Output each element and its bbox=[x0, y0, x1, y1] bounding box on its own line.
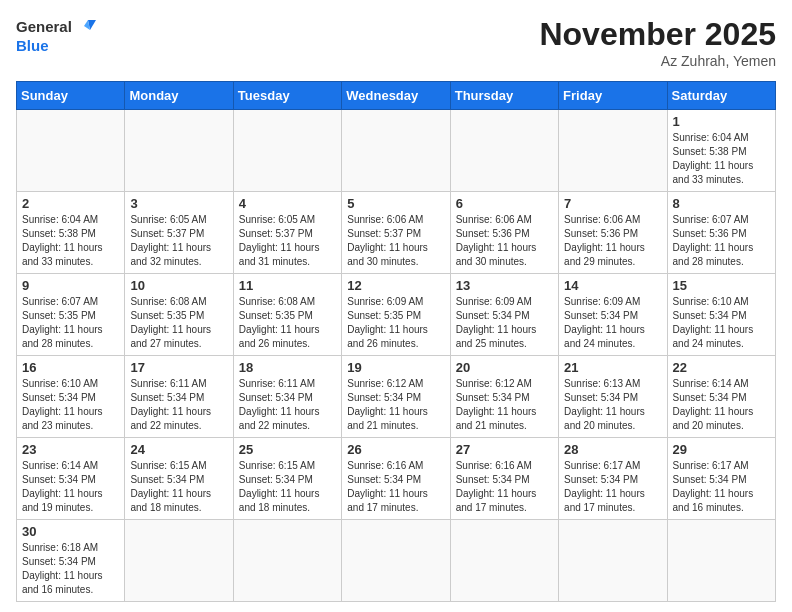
day-number: 27 bbox=[456, 442, 553, 457]
calendar-day-25: 25Sunrise: 6:15 AMSunset: 5:34 PMDayligh… bbox=[233, 438, 341, 520]
day-number: 13 bbox=[456, 278, 553, 293]
calendar-day-17: 17Sunrise: 6:11 AMSunset: 5:34 PMDayligh… bbox=[125, 356, 233, 438]
calendar-day-27: 27Sunrise: 6:16 AMSunset: 5:34 PMDayligh… bbox=[450, 438, 558, 520]
logo: General Blue bbox=[16, 16, 96, 55]
calendar-day-2: 2Sunrise: 6:04 AMSunset: 5:38 PMDaylight… bbox=[17, 192, 125, 274]
day-info: Sunrise: 6:06 AMSunset: 5:37 PMDaylight:… bbox=[347, 213, 444, 269]
calendar-day-empty bbox=[125, 110, 233, 192]
calendar-day-11: 11Sunrise: 6:08 AMSunset: 5:35 PMDayligh… bbox=[233, 274, 341, 356]
calendar-day-12: 12Sunrise: 6:09 AMSunset: 5:35 PMDayligh… bbox=[342, 274, 450, 356]
calendar-day-28: 28Sunrise: 6:17 AMSunset: 5:34 PMDayligh… bbox=[559, 438, 667, 520]
weekday-header-thursday: Thursday bbox=[450, 82, 558, 110]
day-info: Sunrise: 6:14 AMSunset: 5:34 PMDaylight:… bbox=[22, 459, 119, 515]
day-number: 24 bbox=[130, 442, 227, 457]
day-number: 7 bbox=[564, 196, 661, 211]
calendar-day-3: 3Sunrise: 6:05 AMSunset: 5:37 PMDaylight… bbox=[125, 192, 233, 274]
location-subtitle: Az Zuhrah, Yemen bbox=[539, 53, 776, 69]
title-block: November 2025 Az Zuhrah, Yemen bbox=[539, 16, 776, 69]
day-number: 5 bbox=[347, 196, 444, 211]
day-number: 10 bbox=[130, 278, 227, 293]
day-number: 23 bbox=[22, 442, 119, 457]
day-info: Sunrise: 6:17 AMSunset: 5:34 PMDaylight:… bbox=[673, 459, 770, 515]
day-info: Sunrise: 6:16 AMSunset: 5:34 PMDaylight:… bbox=[456, 459, 553, 515]
logo-blue: Blue bbox=[16, 38, 49, 55]
calendar-day-6: 6Sunrise: 6:06 AMSunset: 5:36 PMDaylight… bbox=[450, 192, 558, 274]
calendar-day-23: 23Sunrise: 6:14 AMSunset: 5:34 PMDayligh… bbox=[17, 438, 125, 520]
day-info: Sunrise: 6:06 AMSunset: 5:36 PMDaylight:… bbox=[564, 213, 661, 269]
day-number: 26 bbox=[347, 442, 444, 457]
calendar-row-1: 1Sunrise: 6:04 AMSunset: 5:38 PMDaylight… bbox=[17, 110, 776, 192]
day-info: Sunrise: 6:18 AMSunset: 5:34 PMDaylight:… bbox=[22, 541, 119, 597]
calendar-day-9: 9Sunrise: 6:07 AMSunset: 5:35 PMDaylight… bbox=[17, 274, 125, 356]
calendar-day-26: 26Sunrise: 6:16 AMSunset: 5:34 PMDayligh… bbox=[342, 438, 450, 520]
day-info: Sunrise: 6:13 AMSunset: 5:34 PMDaylight:… bbox=[564, 377, 661, 433]
logo-bird-icon bbox=[74, 16, 96, 38]
day-number: 25 bbox=[239, 442, 336, 457]
day-number: 12 bbox=[347, 278, 444, 293]
calendar-day-20: 20Sunrise: 6:12 AMSunset: 5:34 PMDayligh… bbox=[450, 356, 558, 438]
day-number: 18 bbox=[239, 360, 336, 375]
calendar-day-empty bbox=[450, 520, 558, 602]
calendar-day-empty bbox=[667, 520, 775, 602]
day-info: Sunrise: 6:15 AMSunset: 5:34 PMDaylight:… bbox=[130, 459, 227, 515]
day-info: Sunrise: 6:04 AMSunset: 5:38 PMDaylight:… bbox=[22, 213, 119, 269]
day-info: Sunrise: 6:06 AMSunset: 5:36 PMDaylight:… bbox=[456, 213, 553, 269]
calendar-row-3: 9Sunrise: 6:07 AMSunset: 5:35 PMDaylight… bbox=[17, 274, 776, 356]
calendar-day-29: 29Sunrise: 6:17 AMSunset: 5:34 PMDayligh… bbox=[667, 438, 775, 520]
day-info: Sunrise: 6:11 AMSunset: 5:34 PMDaylight:… bbox=[130, 377, 227, 433]
calendar-day-14: 14Sunrise: 6:09 AMSunset: 5:34 PMDayligh… bbox=[559, 274, 667, 356]
calendar-table: SundayMondayTuesdayWednesdayThursdayFrid… bbox=[16, 81, 776, 602]
calendar-day-empty bbox=[17, 110, 125, 192]
day-number: 9 bbox=[22, 278, 119, 293]
day-number: 16 bbox=[22, 360, 119, 375]
calendar-day-16: 16Sunrise: 6:10 AMSunset: 5:34 PMDayligh… bbox=[17, 356, 125, 438]
day-info: Sunrise: 6:17 AMSunset: 5:34 PMDaylight:… bbox=[564, 459, 661, 515]
day-number: 21 bbox=[564, 360, 661, 375]
day-info: Sunrise: 6:08 AMSunset: 5:35 PMDaylight:… bbox=[239, 295, 336, 351]
day-number: 14 bbox=[564, 278, 661, 293]
day-number: 20 bbox=[456, 360, 553, 375]
day-info: Sunrise: 6:08 AMSunset: 5:35 PMDaylight:… bbox=[130, 295, 227, 351]
day-info: Sunrise: 6:09 AMSunset: 5:34 PMDaylight:… bbox=[456, 295, 553, 351]
calendar-day-4: 4Sunrise: 6:05 AMSunset: 5:37 PMDaylight… bbox=[233, 192, 341, 274]
page-header: General Blue November 2025 Az Zuhrah, Ye… bbox=[16, 16, 776, 69]
day-number: 4 bbox=[239, 196, 336, 211]
calendar-day-24: 24Sunrise: 6:15 AMSunset: 5:34 PMDayligh… bbox=[125, 438, 233, 520]
day-info: Sunrise: 6:07 AMSunset: 5:35 PMDaylight:… bbox=[22, 295, 119, 351]
day-number: 22 bbox=[673, 360, 770, 375]
calendar-day-1: 1Sunrise: 6:04 AMSunset: 5:38 PMDaylight… bbox=[667, 110, 775, 192]
day-info: Sunrise: 6:16 AMSunset: 5:34 PMDaylight:… bbox=[347, 459, 444, 515]
calendar-day-22: 22Sunrise: 6:14 AMSunset: 5:34 PMDayligh… bbox=[667, 356, 775, 438]
day-info: Sunrise: 6:11 AMSunset: 5:34 PMDaylight:… bbox=[239, 377, 336, 433]
logo-general: General bbox=[16, 19, 72, 36]
day-number: 1 bbox=[673, 114, 770, 129]
weekday-header-monday: Monday bbox=[125, 82, 233, 110]
calendar-day-21: 21Sunrise: 6:13 AMSunset: 5:34 PMDayligh… bbox=[559, 356, 667, 438]
month-year-title: November 2025 bbox=[539, 16, 776, 53]
day-number: 19 bbox=[347, 360, 444, 375]
day-number: 28 bbox=[564, 442, 661, 457]
calendar-row-5: 23Sunrise: 6:14 AMSunset: 5:34 PMDayligh… bbox=[17, 438, 776, 520]
calendar-day-empty bbox=[450, 110, 558, 192]
day-number: 8 bbox=[673, 196, 770, 211]
calendar-row-4: 16Sunrise: 6:10 AMSunset: 5:34 PMDayligh… bbox=[17, 356, 776, 438]
calendar-day-8: 8Sunrise: 6:07 AMSunset: 5:36 PMDaylight… bbox=[667, 192, 775, 274]
weekday-header-friday: Friday bbox=[559, 82, 667, 110]
day-number: 30 bbox=[22, 524, 119, 539]
calendar-day-empty bbox=[559, 110, 667, 192]
day-number: 29 bbox=[673, 442, 770, 457]
calendar-day-empty bbox=[125, 520, 233, 602]
day-number: 3 bbox=[130, 196, 227, 211]
calendar-day-10: 10Sunrise: 6:08 AMSunset: 5:35 PMDayligh… bbox=[125, 274, 233, 356]
day-info: Sunrise: 6:05 AMSunset: 5:37 PMDaylight:… bbox=[130, 213, 227, 269]
day-number: 2 bbox=[22, 196, 119, 211]
day-info: Sunrise: 6:09 AMSunset: 5:35 PMDaylight:… bbox=[347, 295, 444, 351]
weekday-header-saturday: Saturday bbox=[667, 82, 775, 110]
day-info: Sunrise: 6:04 AMSunset: 5:38 PMDaylight:… bbox=[673, 131, 770, 187]
calendar-day-empty bbox=[233, 520, 341, 602]
calendar-row-6: 30Sunrise: 6:18 AMSunset: 5:34 PMDayligh… bbox=[17, 520, 776, 602]
logo-container: General Blue bbox=[16, 16, 96, 55]
calendar-day-15: 15Sunrise: 6:10 AMSunset: 5:34 PMDayligh… bbox=[667, 274, 775, 356]
calendar-day-empty bbox=[342, 520, 450, 602]
day-number: 6 bbox=[456, 196, 553, 211]
